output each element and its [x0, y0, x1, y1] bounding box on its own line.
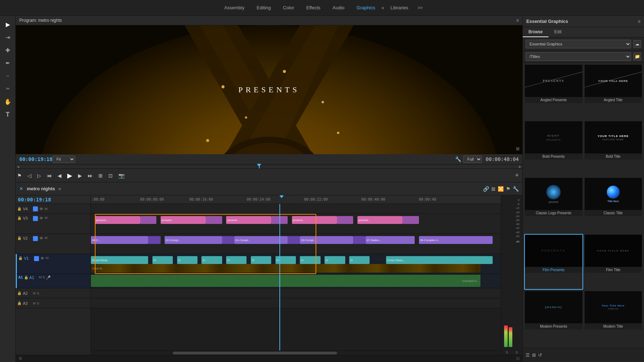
mark-btn[interactable]: ◁ [26, 172, 33, 179]
track-select-tool[interactable]: ⇥ [2, 31, 14, 43]
clip-v3-1[interactable]: present... [95, 216, 140, 224]
clip-a1-audio[interactable]: Constant G... [91, 275, 480, 287]
slip-tool[interactable]: ↔ [2, 70, 14, 82]
a1-lock[interactable]: 🔒 [24, 275, 28, 279]
nav-more[interactable]: >> [415, 4, 425, 12]
panel-loop-btn[interactable]: ↺ [538, 352, 542, 358]
graphics-angled-presents[interactable]: PRESENTS Angled Presents [524, 64, 583, 120]
nav-editing[interactable]: Editing [251, 3, 277, 13]
folder-icon-btn[interactable]: 📁 [633, 53, 641, 60]
clip-v1-s5[interactable]: Cr [251, 256, 271, 264]
graphics-source-dropdown[interactable]: Essential Graphics [526, 40, 631, 48]
panel-grid-view-btn[interactable]: ⊞ [532, 352, 536, 358]
timeline-scrollbar-h[interactable] [91, 351, 501, 355]
a3-mute[interactable]: M [33, 302, 36, 305]
clip-v1-s4[interactable]: Cr [226, 256, 247, 264]
settings-icon[interactable]: 🔧 [455, 156, 461, 162]
clip-v3-cr2[interactable] [206, 216, 222, 224]
graphics-film-presents[interactable]: PRESENTS Film Presents [524, 234, 583, 290]
hand-tool[interactable]: ✋ [2, 96, 14, 107]
timeline-footer-fit[interactable]: ⊡ [516, 356, 519, 361]
clip-v3-cr1[interactable] [140, 216, 157, 224]
graphics-modern-title[interactable]: Your Title Here subtitle text Modern Tit… [584, 290, 643, 346]
step-back-btn[interactable]: ◀ [56, 172, 63, 179]
clip-v1-s9[interactable]: Cr [349, 256, 370, 264]
v4-eye[interactable]: 👁 [39, 207, 43, 211]
v4-lock[interactable]: 🔒 [17, 207, 21, 211]
text-tool[interactable]: T [2, 109, 14, 120]
graphics-classic-title[interactable]: Title Here Classic Title [584, 177, 643, 233]
nav-color[interactable]: Color [277, 3, 300, 13]
v2-eye[interactable]: 👁 [39, 236, 43, 240]
v2-lock[interactable]: 🔒 [17, 236, 21, 240]
export-frame-btn[interactable]: 📷 [117, 172, 126, 179]
monitor-timeline-ruler[interactable]: ◆ ◆ [16, 165, 522, 169]
nav-assembly[interactable]: Assembly [219, 3, 250, 13]
tab-browse[interactable]: Browse [523, 27, 548, 37]
a2-lock[interactable]: 🔒 [17, 291, 21, 295]
graphics-angled-title[interactable]: YOUR TItLe HERE Angled Title [584, 64, 643, 120]
clip-v2-6[interactable]: 06-Complex n... [419, 236, 493, 244]
add-button-icon[interactable]: + [515, 172, 519, 179]
track-v1-content[interactable]: Cross Dissa Cr Cr Cr Cr Cr Cr Cr Cr Cr C… [91, 254, 501, 274]
clip-v1-s1[interactable]: Cr [152, 256, 173, 264]
track-a2-content[interactable] [91, 288, 501, 298]
a2-mute[interactable]: M [33, 292, 36, 295]
v3-lock[interactable]: 🔒 [17, 216, 21, 220]
v2-mute[interactable]: M [45, 236, 48, 240]
track-a3-content[interactable] [91, 298, 501, 308]
clip-v1-s2[interactable]: Cr [177, 256, 197, 264]
v4-mute[interactable]: M [45, 207, 48, 211]
clip-v3-cr3[interactable] [271, 216, 288, 224]
v3-mute[interactable]: M [45, 216, 48, 220]
panel-list-view-btn[interactable]: ☰ [526, 352, 530, 358]
a1-solo[interactable]: S [43, 275, 45, 279]
timeline-close-icon[interactable]: ✕ [19, 186, 23, 191]
a1-mute[interactable]: M [39, 275, 42, 279]
graphics-bold-presents[interactable]: NIGHT PRESENTS Bold Presents [524, 121, 583, 176]
v1-lock[interactable]: 🔒 [18, 256, 23, 260]
ripple-edit-tool[interactable]: ✚ [2, 44, 14, 56]
go-to-out-btn[interactable]: ⏭ [86, 172, 94, 179]
v1-eye[interactable]: 👁 [40, 256, 44, 260]
clip-v2-cr4[interactable] [353, 236, 365, 244]
clip-v3-5[interactable]: present... [357, 216, 402, 224]
insert-btn[interactable]: ⊞ [97, 172, 104, 179]
clip-v2-5[interactable]: 07-Sadov... [366, 236, 415, 244]
mark-out-btn[interactable]: ▷ [36, 172, 43, 179]
timeline-tool-ripple[interactable]: 🔗 [483, 186, 489, 192]
clip-v2-1[interactable]: 04-C... [91, 236, 148, 244]
a1-mic[interactable]: 🎤 [46, 275, 51, 280]
scrollbar-thumb-h[interactable] [173, 352, 337, 354]
a3-solo[interactable]: S [37, 302, 39, 305]
overwrite-btn[interactable]: ⊡ [107, 172, 114, 179]
nav-libraries[interactable]: Libraries [385, 3, 414, 13]
mark-in-btn[interactable]: ⚑ [16, 172, 23, 179]
clip-v2-2[interactable]: 02-Compl... [165, 236, 222, 244]
clip-v3-3[interactable]: present... [226, 216, 271, 224]
quality-select[interactable]: Full 1/2 1/4 [463, 156, 482, 163]
pen-tool[interactable]: ✒ [2, 57, 14, 69]
play-btn[interactable]: ▶ [66, 171, 74, 180]
a2-solo[interactable]: S [37, 292, 39, 295]
clip-v1-s6[interactable]: Cr [275, 256, 296, 264]
clip-v2-4[interactable]: 03-Compl... [300, 236, 353, 244]
clip-v3-4[interactable]: present... [292, 216, 337, 224]
clip-v1-cross-di[interactable]: Cross Dissa [91, 256, 148, 264]
timeline-tool-linked[interactable]: 🔀 [498, 186, 504, 192]
folder-dropdown[interactable]: /Titles [526, 52, 631, 61]
track-a1-content[interactable]: Constant G... [91, 274, 501, 288]
clip-v2-cr2[interactable] [222, 236, 234, 244]
clip-v1-s3[interactable]: Cr [201, 256, 222, 264]
step-fwd-btn[interactable]: ▶ [77, 172, 83, 179]
nav-graphics[interactable]: Graphics [351, 3, 381, 13]
timeline-tool-settings[interactable]: 🔧 [513, 186, 519, 192]
nav-effects[interactable]: Effects [301, 3, 326, 13]
panel-cloud-icon[interactable]: ☁ [633, 40, 641, 48]
clip-v3-cr4[interactable] [337, 216, 353, 224]
go-to-in-btn[interactable]: ⏮ [45, 172, 53, 179]
panel-menu-icon[interactable]: ≡ [638, 19, 640, 24]
clip-v1-s7[interactable]: Cr [300, 256, 320, 264]
fit-select[interactable]: Fit 25% 50% 75% 100% [53, 156, 75, 163]
track-v2-content[interactable]: 04-C... 02-Compl... 01-Compl... 03-Compl… [91, 234, 501, 254]
